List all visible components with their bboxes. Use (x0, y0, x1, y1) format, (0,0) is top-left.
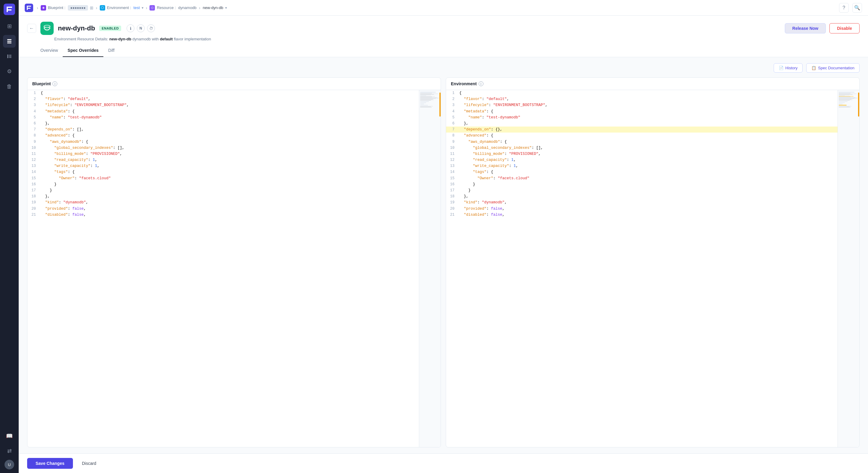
table-row: 4 "metadata": { (27, 108, 419, 115)
line-content: "name": "test-dynamodb" (39, 115, 419, 121)
line-content: "global_secondary_indexes": [], (458, 145, 838, 151)
svg-point-11 (44, 25, 50, 27)
help-button[interactable]: ? (839, 3, 849, 13)
line-number: 13 (27, 163, 39, 169)
discard-button[interactable]: Discard (77, 458, 101, 469)
line-content: { (39, 90, 419, 96)
resource-meta-icon-n[interactable]: N (137, 24, 145, 32)
table-row: 6 }, (27, 121, 419, 127)
table-row: 16 } (446, 181, 838, 187)
sidebar-icon-layers[interactable] (3, 35, 16, 48)
save-changes-button[interactable]: Save Changes (27, 458, 73, 469)
line-content: "tags": { (39, 169, 419, 175)
disable-button[interactable]: Disable (830, 23, 860, 33)
line-content: "read_capacity": 1, (458, 157, 838, 163)
table-row: 11 "billing_mode": "PROVISIONED", (446, 151, 838, 157)
breadcrumb-sep-2: › (146, 5, 147, 10)
avatar[interactable]: U (4, 460, 14, 469)
line-content: "metadata": { (458, 108, 838, 115)
content-area: ← new-dyn-db ENABLED ℹ N ⏱ Release Now D… (19, 16, 868, 473)
minimap-scroll-bar[interactable] (439, 93, 441, 117)
env-minimap-scroll-bar[interactable] (858, 93, 859, 117)
line-content: "tags": { (458, 169, 838, 175)
history-label: History (785, 66, 798, 70)
table-row: 5 "name": "test-dynamodb" (446, 115, 838, 121)
line-content: "billing_mode": "PROVISIONED", (458, 151, 838, 157)
line-number: 12 (27, 157, 39, 163)
breadcrumb-sep-3: › (199, 5, 200, 10)
line-number: 6 (446, 121, 458, 127)
resource-title-left: ← new-dyn-db ENABLED ℹ N ⏱ (27, 22, 155, 35)
line-number: 16 (446, 181, 458, 187)
subtitle-resource: new-dyn-db (110, 37, 131, 41)
breadcrumb-grid-icon: ⊞ (90, 5, 93, 10)
environment-editor[interactable]: 1{2 "flavor": "default",3 "lifecycle": "… (446, 90, 838, 447)
table-row: 14 "tags": { (446, 169, 838, 175)
app-logo[interactable] (4, 4, 15, 15)
svg-point-4 (7, 55, 8, 56)
history-button[interactable]: 📄 History (774, 63, 803, 73)
tab-overview[interactable]: Overview (36, 44, 63, 57)
blueprint-panel: Blueprint i 1{2 "flavor": "default",3 "l… (27, 77, 441, 447)
table-row: 1{ (446, 90, 838, 96)
resource-icons-row: ℹ N ⏱ (127, 24, 155, 32)
line-content: } (458, 181, 838, 187)
resource-icon: ◇ (150, 5, 155, 10)
line-content: }, (39, 121, 419, 127)
line-content: "Owner": "facets.cloud" (39, 175, 419, 181)
line-number: 18 (446, 193, 458, 199)
sidebar-icon-list[interactable] (3, 50, 16, 63)
sidebar: ⊞ ⚙ 🗑 📖 ⇄ U (0, 0, 19, 473)
environment-minimap (838, 90, 859, 447)
line-content: "disabled": false, (39, 212, 419, 218)
sidebar-icon-transfer[interactable]: ⇄ (3, 445, 16, 457)
chevron-down-icon[interactable]: ▾ (142, 6, 144, 10)
sidebar-icon-book[interactable]: 📖 (3, 430, 16, 442)
table-row: 7 "depends_on": {}, (446, 127, 838, 132)
sidebar-icon-settings[interactable]: ⚙ (3, 65, 16, 78)
line-content: "lifecycle": "ENVIRONMENT_BOOTSTRAP", (39, 102, 419, 108)
line-number: 13 (446, 163, 458, 169)
timer-icon[interactable]: ⏱ (147, 24, 155, 32)
tab-diff[interactable]: Diff (103, 44, 119, 57)
search-button[interactable]: 🔍 (852, 3, 862, 13)
line-number: 14 (27, 169, 39, 175)
svg-rect-1 (7, 39, 11, 40)
environment-info-icon[interactable]: i (478, 81, 484, 86)
blueprint-editor[interactable]: 1{2 "flavor": "default",3 "lifecycle": "… (27, 90, 419, 447)
breadcrumb-env-value[interactable]: test (133, 5, 140, 10)
env-icon: ⬡ (100, 5, 105, 10)
sidebar-icon-trash[interactable]: 🗑 (3, 80, 16, 93)
blueprint-info-icon[interactable]: i (53, 81, 57, 86)
resource-icon-lg (40, 22, 54, 35)
editor-toolbar: 📄 History 📋 Spec Documentation (27, 63, 860, 73)
line-number: 9 (27, 139, 39, 145)
resource-header: ← new-dyn-db ENABLED ℹ N ⏱ Release Now D… (19, 16, 868, 57)
status-badge: ENABLED (99, 26, 121, 31)
line-content: "Owner": "facets.cloud" (458, 175, 838, 181)
line-content: "aws_dynamodb": { (458, 139, 838, 145)
line-content: } (458, 187, 838, 193)
sidebar-icon-grid[interactable]: ⊞ (3, 20, 16, 33)
table-row: 1{ (27, 90, 419, 96)
spec-documentation-button[interactable]: 📋 Spec Documentation (806, 63, 860, 73)
table-row: 21 "disabled": false, (446, 212, 838, 218)
line-number: 6 (27, 121, 39, 127)
table-row: 9 "aws_dynamodb": { (446, 139, 838, 145)
info-icon-1[interactable]: ℹ (127, 24, 134, 32)
back-button[interactable]: ← (27, 24, 36, 33)
table-row: 3 "lifecycle": "ENVIRONMENT_BOOTSTRAP", (446, 102, 838, 108)
resource-subtitle: Environment Resource Details: new-dyn-db… (54, 37, 860, 44)
line-number: 2 (27, 96, 39, 102)
table-row: 8 "advanced": { (27, 132, 419, 138)
breadcrumb-sep-1: › (96, 5, 97, 10)
release-now-button[interactable]: Release Now (785, 23, 826, 33)
line-number: 3 (446, 102, 458, 108)
line-content: "advanced": { (458, 132, 838, 138)
line-content: "disabled": false, (458, 212, 838, 218)
tab-spec-overrides[interactable]: Spec Overrides (63, 44, 103, 57)
blueprint-minimap (419, 90, 441, 447)
line-number: 1 (27, 90, 39, 96)
chevron-down-icon-2[interactable]: ▾ (225, 6, 227, 10)
line-content: }, (39, 193, 419, 199)
